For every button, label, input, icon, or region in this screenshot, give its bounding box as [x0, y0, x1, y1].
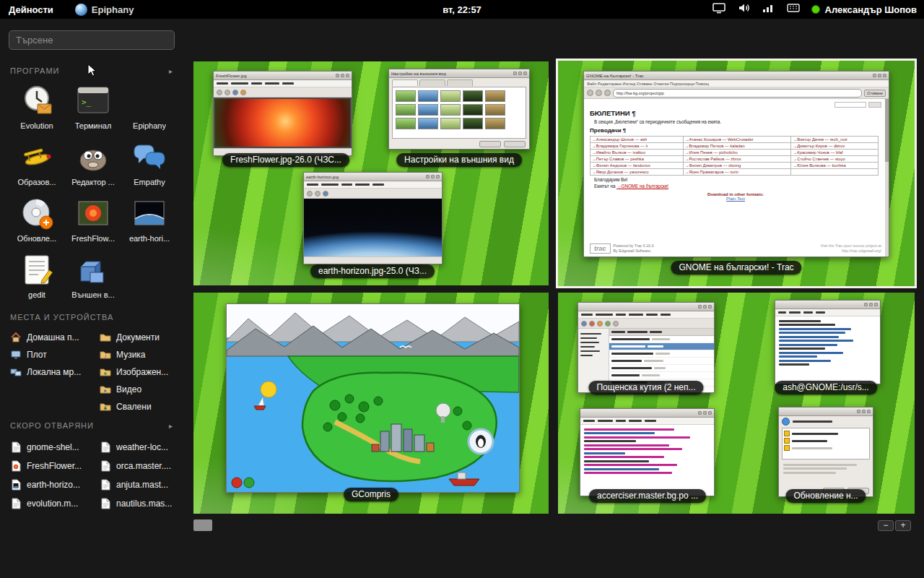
app-label: Образов... [17, 178, 56, 186]
content-line [584, 436, 690, 439]
app-terminal[interactable]: >_ Терминал [65, 79, 121, 132]
app-epiphany[interactable]: Epiphany [121, 79, 178, 132]
workspace-2-active[interactable]: GNOME на български! - Trac Файл Редактир… [556, 59, 917, 288]
place-videos[interactable]: Видео [100, 381, 176, 398]
wallpaper-thumbnail[interactable] [396, 118, 416, 129]
place-music[interactable]: ♪ Музика [100, 346, 176, 363]
app-software-update[interactable]: Обновле... [9, 192, 65, 245]
page-search-button[interactable] [868, 102, 881, 108]
search-input[interactable] [9, 30, 175, 50]
window-buttons [698, 411, 712, 415]
workspace-4[interactable]: Пощенска кутия (2 неп... ash@GNOME:/usr/… [558, 293, 915, 514]
app-freshflower-image[interactable]: FreshFlow... [65, 192, 121, 245]
window-earth-horizon[interactable]: earth-horizon.jpg [303, 172, 443, 264]
window-mail[interactable] [578, 302, 715, 393]
place-label: Документи [116, 332, 160, 342]
wallpaper-thumbnail[interactable] [463, 118, 483, 129]
window-freshflower[interactable]: FreshFlower.jpg [213, 71, 352, 156]
remove-workspace-button[interactable]: − [878, 520, 894, 531]
reload-icon[interactable] [604, 90, 611, 96]
programs-expand-icon[interactable]: ▸ [169, 67, 173, 75]
place-pictures[interactable]: Изображен... [100, 363, 176, 381]
plain-text-link[interactable]: Plain Text [590, 197, 881, 201]
window-title: earth-horizon.jpg [306, 175, 339, 179]
content-line [655, 353, 669, 355]
recent-expand-icon[interactable]: ▸ [169, 422, 173, 430]
page-search-box[interactable] [834, 102, 866, 108]
window-gcompris[interactable] [226, 303, 520, 493]
workspace-1[interactable]: FreshFlower.jpg Настройки на външния вид… [193, 61, 549, 285]
wallpaper-thumbnail[interactable] [396, 90, 416, 102]
place-local-network[interactable]: Локална мр... [10, 363, 97, 381]
app-menu[interactable]: Epiphany [75, 4, 134, 16]
back-icon[interactable] [587, 90, 593, 96]
window-appearance[interactable]: Настройки на външния вид [388, 69, 530, 150]
content-line [779, 328, 851, 330]
input-method-icon[interactable] [787, 3, 800, 16]
recent-item[interactable]: FreshFlower... [10, 457, 97, 475]
window-update-manager[interactable] [778, 407, 873, 497]
browser-menu-bar[interactable]: Файл Редактиране Изглед Отиване Отметки … [584, 80, 889, 87]
wallpaper-thumbnail[interactable] [485, 104, 505, 116]
place-downloads[interactable]: Свалени [100, 398, 176, 415]
content-line [616, 314, 626, 316]
page-thanks: Благодарим Ви! [594, 177, 881, 182]
wallpaper-thumbnail[interactable] [463, 90, 483, 102]
app-gimp[interactable]: Редактор ... [65, 136, 121, 189]
appearance-tabs[interactable] [389, 78, 529, 87]
epiphany-app-icon [75, 4, 87, 16]
wallpaper-thumbnail[interactable] [418, 118, 438, 129]
place-home[interactable]: Домашна п... [10, 329, 97, 346]
image-earth-icon [131, 194, 168, 232]
wallpaper-thumbnail[interactable] [418, 90, 438, 102]
user-menu[interactable]: Александър Шопов [811, 4, 917, 15]
add-workspace-button[interactable]: + [895, 520, 911, 531]
app-appearance[interactable]: Външен в... [65, 249, 121, 301]
recent-item[interactable]: earth-horizo... [10, 475, 97, 494]
app-gedit[interactable]: gedit [9, 249, 65, 301]
content-line [646, 314, 658, 316]
window-terminal[interactable] [775, 300, 881, 384]
workspace-tab[interactable] [193, 519, 212, 531]
recent-item[interactable]: gnome-shel... [10, 438, 97, 457]
gimp-icon [74, 138, 112, 176]
display-icon[interactable] [712, 2, 726, 17]
wallpaper-thumbnail[interactable] [418, 104, 438, 116]
clock[interactable]: вт, 22:57 [443, 4, 481, 15]
recent-item[interactable]: weather-loc... [100, 438, 176, 457]
recent-item[interactable]: evolution.m... [10, 494, 97, 513]
url-bar[interactable]: http://fsa-bg.org/project/gtp [613, 89, 862, 98]
content-line [783, 464, 857, 466]
workspace-3[interactable]: GCompris [193, 293, 549, 514]
wallpaper-thumbnail[interactable] [396, 104, 416, 116]
recent-item[interactable]: anjuta.mast... [100, 475, 176, 494]
recent-item[interactable]: nautilus.mas... [100, 494, 176, 513]
dialog-buttons[interactable] [389, 139, 529, 149]
wallpaper-thumbnail[interactable] [440, 90, 461, 102]
forward-icon[interactable] [596, 90, 602, 96]
wallpaper-thumbnail[interactable] [485, 90, 505, 102]
app-empathy[interactable]: Empathy [121, 136, 178, 189]
wallpaper-thumbnail[interactable] [440, 118, 461, 129]
wallpaper-thumbnail[interactable] [463, 104, 483, 116]
activities-button[interactable]: Дейности [0, 0, 62, 19]
app-gcompris[interactable]: Образов... [9, 136, 65, 189]
place-documents[interactable]: Документи [100, 329, 176, 346]
place-desktop[interactable]: Плот [10, 346, 97, 363]
window-po-editor[interactable] [580, 408, 715, 496]
content-line [627, 331, 648, 333]
go-button[interactable]: Отиване [864, 90, 886, 97]
wallpaper-thumbnail[interactable] [440, 104, 461, 116]
window-browser-trac[interactable]: GNOME на български! - Trac Файл Редактир… [583, 71, 889, 257]
recent-item[interactable]: orca.master.... [100, 457, 176, 475]
wallpaper-thumbnail[interactable] [485, 118, 505, 129]
app-earth-image[interactable]: earth-hori... [121, 192, 178, 245]
content-line [584, 472, 672, 474]
page-scrollbar[interactable] [885, 99, 889, 256]
volume-icon[interactable] [738, 2, 751, 17]
content-line [611, 360, 642, 362]
update-list[interactable] [782, 428, 870, 460]
app-evolution[interactable]: Evolution [9, 79, 65, 132]
gnome-bg-link[interactable]: →GNOME на български! [616, 184, 668, 189]
network-signal-icon[interactable] [762, 3, 775, 16]
